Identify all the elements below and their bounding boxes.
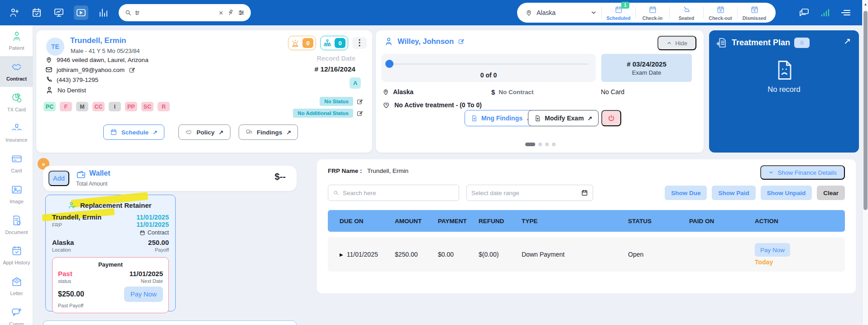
doctor-name[interactable]: Willey, Johnson: [398, 37, 454, 46]
show-finance-details-button[interactable]: Show Finance Details: [760, 165, 845, 180]
tab-seated[interactable]: Seated: [670, 5, 703, 21]
alerts-badge[interactable]: 0: [288, 36, 316, 50]
clear-filter-button[interactable]: Clear: [817, 186, 845, 200]
image-icon: [11, 184, 23, 196]
record-date-value: # 12/16/2024: [314, 65, 355, 73]
chat-icon[interactable]: [799, 7, 810, 18]
finance-search-input[interactable]: [343, 190, 454, 196]
contract-patient-name: Trundell, Ermin: [52, 213, 101, 221]
row-pay-now-button[interactable]: Pay Now: [755, 243, 790, 257]
pay-now-button[interactable]: Pay Now: [124, 287, 163, 302]
open-treatment-plan-icon[interactable]: ↗: [844, 36, 851, 46]
hide-button[interactable]: Hide: [657, 36, 696, 50]
sidebar-item-patient[interactable]: Patient: [0, 25, 33, 56]
status-flag-badge[interactable]: A: [350, 77, 361, 89]
location-select[interactable]: Alaska: [525, 9, 601, 16]
additional-status-badge[interactable]: No Additional Status: [293, 109, 353, 118]
sidebar-item-contract[interactable]: Contract: [0, 56, 33, 87]
monitor-chart-icon[interactable]: [52, 5, 66, 20]
avatar: TE: [46, 38, 64, 56]
sidebar-item-appt-history[interactable]: Appt History: [0, 240, 33, 271]
tab-check-in[interactable]: Check-in: [636, 5, 669, 21]
scrollbar-thumb[interactable]: [863, 11, 868, 210]
findings-button[interactable]: Findings↗: [239, 124, 298, 140]
carousel-dot-active[interactable]: [525, 143, 535, 146]
search-icon: [333, 190, 339, 196]
sidebar-item-letter[interactable]: Letter: [0, 271, 33, 301]
exam-date-box[interactable]: # 03/24/2025 Exam Date: [601, 54, 692, 82]
scroll-up-arrow[interactable]: ▲: [863, 2, 868, 6]
bar-chart-icon[interactable]: [96, 5, 110, 20]
wallet-add-button[interactable]: Add: [48, 171, 69, 186]
cell-payment: $0.00: [438, 251, 479, 258]
tag-cc[interactable]: CC: [92, 102, 105, 111]
patient-tags: PC F M CC I PP SC R: [43, 102, 170, 111]
status-badge[interactable]: No Status: [320, 97, 353, 106]
contract-location-label: Location: [52, 247, 71, 253]
tag-i[interactable]: I: [109, 102, 121, 111]
expand-row-icon[interactable]: ▶: [340, 252, 343, 257]
patient-email[interactable]: jothiram_99@yahoo.com: [57, 67, 125, 73]
date-range-input[interactable]: [471, 190, 577, 196]
tab-scheduled[interactable]: 1 Scheduled: [602, 5, 635, 21]
tab-check-out[interactable]: Check-out: [704, 5, 737, 21]
edit-additional-status-icon[interactable]: [356, 110, 363, 117]
deactivate-power-button[interactable]: [601, 110, 621, 126]
check-out-calendar-icon: [716, 5, 725, 14]
tag-pc[interactable]: PC: [43, 102, 56, 111]
sidebar-item-tx-card[interactable]: TX Card: [0, 87, 33, 118]
patient-name[interactable]: Trundell, Ermin: [70, 36, 126, 45]
add-patient-icon[interactable]: [7, 5, 22, 20]
video-icon[interactable]: [74, 5, 88, 20]
scheduled-count-badge: 1: [621, 2, 629, 9]
calendar-icon[interactable]: [29, 5, 44, 20]
tag-m[interactable]: M: [76, 102, 88, 111]
clear-search-icon[interactable]: ×: [219, 9, 223, 17]
contract-retainer-card[interactable]: Replacement Retainer Trundell, Ermin 11/…: [45, 195, 176, 311]
search-input[interactable]: [135, 9, 215, 16]
sidebar-item-image[interactable]: Image: [0, 179, 33, 210]
carousel-dots: [525, 143, 556, 146]
tag-sc[interactable]: SC: [141, 102, 153, 111]
patient-demographics: Male - 41 Y 5 Mo 05/23/84: [71, 48, 140, 54]
dentist-icon: [45, 86, 53, 94]
tag-r[interactable]: R: [158, 102, 170, 111]
signal-stats-icon[interactable]: [820, 7, 830, 18]
finance-search-box: [328, 185, 459, 201]
calendar-icon[interactable]: [581, 189, 588, 196]
carousel-dot[interactable]: [538, 143, 542, 146]
page-scrollbar[interactable]: ▲: [862, 0, 868, 325]
policy-button[interactable]: Policy↗: [178, 124, 230, 140]
edit-doctor-icon[interactable]: [458, 38, 465, 45]
search-filter-icon[interactable]: [238, 9, 245, 16]
tab-dismissed[interactable]: Dismissed: [738, 5, 771, 21]
hamburger-menu-icon[interactable]: [840, 7, 851, 18]
chevron-down-icon[interactable]: [590, 10, 597, 16]
more-options-icon[interactable]: ⋮: [352, 37, 367, 49]
edit-email-icon[interactable]: [129, 67, 135, 73]
contract-type-row: Contract: [139, 229, 169, 236]
show-unpaid-button[interactable]: Show Unpaid: [761, 186, 812, 200]
file-icon: [534, 115, 541, 122]
show-due-button[interactable]: Show Due: [665, 186, 707, 200]
schedule-button[interactable]: Schedule↗: [103, 124, 164, 140]
sidebar-item-card[interactable]: Card: [0, 148, 33, 179]
sidebar-item-comm[interactable]: Comm: [0, 301, 33, 325]
modify-exam-button[interactable]: Modify Exam↗: [528, 110, 599, 126]
contract-handshake-icon: [11, 61, 23, 73]
next-contract-card-partial[interactable]: [43, 320, 297, 325]
status-badge-row: No Status: [320, 97, 363, 106]
mng-findings-button[interactable]: Mng Findings↗: [465, 110, 537, 126]
slider-knob[interactable]: [385, 60, 393, 68]
carousel-dot[interactable]: [552, 143, 556, 146]
sidebar-item-document[interactable]: Document: [0, 210, 33, 240]
show-paid-button[interactable]: Show Paid: [712, 186, 755, 200]
carousel-dot[interactable]: [545, 143, 549, 146]
family-links-badge[interactable]: 0: [320, 36, 348, 50]
tag-f[interactable]: F: [60, 102, 72, 111]
pin-search-icon[interactable]: [225, 8, 235, 17]
tag-pp[interactable]: PP: [125, 102, 137, 111]
wallet-icon: [76, 170, 86, 180]
edit-status-icon[interactable]: [356, 98, 363, 105]
sidebar-item-insurance[interactable]: Insurance: [0, 117, 33, 148]
